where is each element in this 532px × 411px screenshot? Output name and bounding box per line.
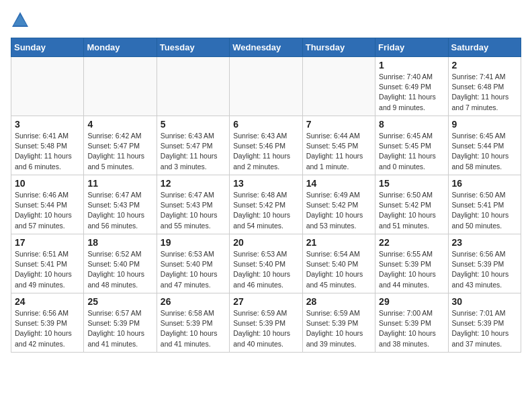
day-number: 4 [87,119,152,130]
day-info: Sunrise: 7:00 AM Sunset: 5:39 PM Dayligh… [379,308,444,349]
day-number: 27 [233,296,298,307]
day-header-monday: Monday [84,38,157,57]
day-number: 23 [452,237,517,248]
day-header-wednesday: Wednesday [230,38,302,57]
day-header-sunday: Sunday [11,38,84,57]
calendar-cell: 12Sunrise: 6:47 AM Sunset: 5:43 PM Dayli… [157,175,229,234]
day-number: 7 [306,119,371,130]
calendar-cell: 9Sunrise: 6:45 AM Sunset: 5:44 PM Daylig… [448,116,521,175]
calendar-cell: 26Sunrise: 6:58 AM Sunset: 5:39 PM Dayli… [157,293,229,353]
calendar-cell [84,57,157,116]
day-number: 5 [161,119,226,130]
calendar-cell: 1Sunrise: 7:40 AM Sunset: 6:49 PM Daylig… [375,57,448,116]
calendar-week-2: 3Sunrise: 6:41 AM Sunset: 5:48 PM Daylig… [11,116,521,175]
calendar-cell: 15Sunrise: 6:50 AM Sunset: 5:42 PM Dayli… [375,175,448,234]
day-number: 8 [379,119,444,130]
day-number: 17 [15,237,80,248]
day-info: Sunrise: 6:45 AM Sunset: 5:45 PM Dayligh… [379,131,444,172]
calendar-cell: 16Sunrise: 6:50 AM Sunset: 5:41 PM Dayli… [448,175,521,234]
day-info: Sunrise: 6:50 AM Sunset: 5:42 PM Dayligh… [379,190,444,231]
day-header-saturday: Saturday [448,38,521,57]
day-info: Sunrise: 6:48 AM Sunset: 5:42 PM Dayligh… [233,190,298,231]
day-number: 25 [87,296,152,307]
calendar-cell: 21Sunrise: 6:54 AM Sunset: 5:40 PM Dayli… [302,234,375,293]
day-info: Sunrise: 6:47 AM Sunset: 5:43 PM Dayligh… [87,190,152,231]
calendar-cell: 11Sunrise: 6:47 AM Sunset: 5:43 PM Dayli… [84,175,157,234]
calendar-cell: 5Sunrise: 6:43 AM Sunset: 5:47 PM Daylig… [157,116,229,175]
day-info: Sunrise: 6:55 AM Sunset: 5:39 PM Dayligh… [379,249,444,290]
calendar-cell: 25Sunrise: 6:57 AM Sunset: 5:39 PM Dayli… [84,293,157,353]
day-number: 11 [87,178,152,189]
calendar-cell: 6Sunrise: 6:43 AM Sunset: 5:46 PM Daylig… [230,116,302,175]
calendar-cell [302,57,375,116]
day-info: Sunrise: 6:53 AM Sunset: 5:40 PM Dayligh… [233,249,298,290]
day-number: 21 [306,237,371,248]
day-info: Sunrise: 6:56 AM Sunset: 5:39 PM Dayligh… [452,249,517,290]
day-info: Sunrise: 6:43 AM Sunset: 5:47 PM Dayligh… [161,131,226,172]
day-number: 29 [379,296,444,307]
day-info: Sunrise: 6:57 AM Sunset: 5:39 PM Dayligh… [87,308,152,349]
calendar-cell: 20Sunrise: 6:53 AM Sunset: 5:40 PM Dayli… [230,234,302,293]
day-info: Sunrise: 6:50 AM Sunset: 5:41 PM Dayligh… [452,190,517,231]
day-number: 26 [161,296,226,307]
calendar-cell: 10Sunrise: 6:46 AM Sunset: 5:44 PM Dayli… [11,175,84,234]
day-header-thursday: Thursday [302,38,375,57]
day-info: Sunrise: 6:59 AM Sunset: 5:39 PM Dayligh… [233,308,298,349]
day-info: Sunrise: 6:49 AM Sunset: 5:42 PM Dayligh… [306,190,371,231]
calendar-week-1: 1Sunrise: 7:40 AM Sunset: 6:49 PM Daylig… [11,57,521,116]
day-info: Sunrise: 6:56 AM Sunset: 5:39 PM Dayligh… [15,308,80,349]
day-number: 3 [15,119,80,130]
day-number: 2 [452,60,517,71]
day-number: 13 [233,178,298,189]
day-number: 28 [306,296,371,307]
day-info: Sunrise: 6:46 AM Sunset: 5:44 PM Dayligh… [15,190,80,231]
calendar-week-5: 24Sunrise: 6:56 AM Sunset: 5:39 PM Dayli… [11,293,521,353]
logo [11,11,32,30]
day-number: 1 [379,60,444,71]
day-info: Sunrise: 6:44 AM Sunset: 5:45 PM Dayligh… [306,131,371,172]
day-info: Sunrise: 6:51 AM Sunset: 5:41 PM Dayligh… [15,249,80,290]
calendar-table: SundayMondayTuesdayWednesdayThursdayFrid… [11,38,521,353]
day-info: Sunrise: 6:43 AM Sunset: 5:46 PM Dayligh… [233,131,298,172]
day-number: 18 [87,237,152,248]
calendar-cell: 7Sunrise: 6:44 AM Sunset: 5:45 PM Daylig… [302,116,375,175]
calendar-cell: 8Sunrise: 6:45 AM Sunset: 5:45 PM Daylig… [375,116,448,175]
day-header-tuesday: Tuesday [157,38,229,57]
day-info: Sunrise: 6:53 AM Sunset: 5:40 PM Dayligh… [161,249,226,290]
day-info: Sunrise: 6:54 AM Sunset: 5:40 PM Dayligh… [306,249,371,290]
calendar-cell: 30Sunrise: 7:01 AM Sunset: 5:39 PM Dayli… [448,293,521,353]
day-info: Sunrise: 6:42 AM Sunset: 5:47 PM Dayligh… [87,131,152,172]
logo-icon [11,11,30,30]
calendar-cell: 4Sunrise: 6:42 AM Sunset: 5:47 PM Daylig… [84,116,157,175]
calendar-cell [157,57,229,116]
day-number: 16 [452,178,517,189]
day-info: Sunrise: 7:41 AM Sunset: 6:48 PM Dayligh… [452,72,517,113]
day-info: Sunrise: 6:45 AM Sunset: 5:44 PM Dayligh… [452,131,517,172]
day-info: Sunrise: 6:47 AM Sunset: 5:43 PM Dayligh… [161,190,226,231]
page-header [11,11,521,30]
calendar-cell: 14Sunrise: 6:49 AM Sunset: 5:42 PM Dayli… [302,175,375,234]
calendar-cell: 3Sunrise: 6:41 AM Sunset: 5:48 PM Daylig… [11,116,84,175]
day-number: 14 [306,178,371,189]
day-info: Sunrise: 6:52 AM Sunset: 5:40 PM Dayligh… [87,249,152,290]
calendar-cell: 28Sunrise: 6:59 AM Sunset: 5:39 PM Dayli… [302,293,375,353]
calendar-cell: 29Sunrise: 7:00 AM Sunset: 5:39 PM Dayli… [375,293,448,353]
calendar-cell: 24Sunrise: 6:56 AM Sunset: 5:39 PM Dayli… [11,293,84,353]
calendar-cell [11,57,84,116]
calendar-cell: 18Sunrise: 6:52 AM Sunset: 5:40 PM Dayli… [84,234,157,293]
day-header-friday: Friday [375,38,448,57]
day-info: Sunrise: 7:01 AM Sunset: 5:39 PM Dayligh… [452,308,517,349]
day-number: 20 [233,237,298,248]
day-number: 24 [15,296,80,307]
calendar-cell: 13Sunrise: 6:48 AM Sunset: 5:42 PM Dayli… [230,175,302,234]
calendar-cell: 19Sunrise: 6:53 AM Sunset: 5:40 PM Dayli… [157,234,229,293]
svg-marker-1 [13,15,27,26]
day-info: Sunrise: 7:40 AM Sunset: 6:49 PM Dayligh… [379,72,444,113]
calendar-cell: 22Sunrise: 6:55 AM Sunset: 5:39 PM Dayli… [375,234,448,293]
day-number: 9 [452,119,517,130]
calendar-cell: 23Sunrise: 6:56 AM Sunset: 5:39 PM Dayli… [448,234,521,293]
day-number: 30 [452,296,517,307]
day-number: 19 [161,237,226,248]
day-number: 15 [379,178,444,189]
day-number: 12 [161,178,226,189]
